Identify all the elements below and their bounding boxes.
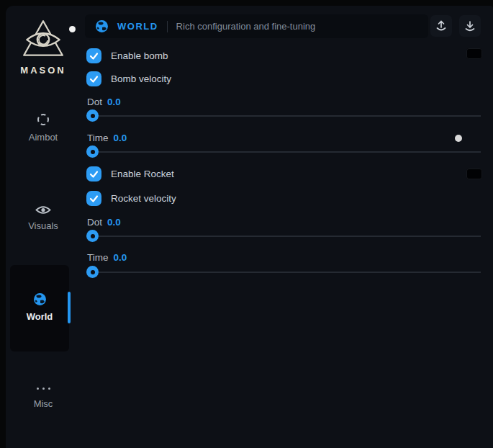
slider-handle[interactable] — [86, 266, 99, 278]
page-header: WORLD Rich configuration and fine-tuning — [85, 14, 428, 38]
bomb-color-swatch[interactable] — [466, 48, 482, 59]
slider-value: 0.0 — [107, 217, 121, 228]
app-window: MASON Aimbot Visuals World — [6, 6, 493, 448]
toggle-label: Enable Rocket — [111, 169, 174, 179]
active-indicator — [68, 292, 71, 323]
sidebar-item-label: Visuals — [28, 220, 58, 231]
enable-rocket-checkbox[interactable] — [86, 166, 101, 182]
checkmark-icon — [89, 74, 99, 84]
page-subtitle: Rich configuration and fine-tuning — [176, 21, 316, 32]
slider-label-row: Dot 0.0 — [87, 217, 121, 228]
slider-handle[interactable] — [86, 145, 99, 158]
sidebar-item-label: Misc — [34, 398, 53, 409]
toggle-label: Rocket velocity — [111, 193, 176, 204]
eye-icon — [35, 205, 51, 215]
sidebar-item-label: Aimbot — [29, 132, 58, 143]
slider-name: Dot — [87, 97, 102, 107]
upload-config-button[interactable] — [430, 15, 452, 37]
cursor-dot — [455, 135, 462, 142]
toggle-label: Enable bomb — [111, 50, 168, 61]
slider-label-row: Time 0.0 — [87, 133, 127, 143]
time-slider[interactable] — [86, 266, 481, 278]
download-icon — [463, 19, 476, 32]
crosshair-icon — [36, 112, 50, 127]
time-slider[interactable] — [86, 145, 481, 158]
toggle-row: Bomb velocity — [86, 71, 171, 86]
page-title: WORLD — [117, 21, 158, 32]
sidebar: MASON Aimbot Visuals World — [6, 6, 81, 448]
enable-bomb-checkbox[interactable] — [86, 48, 101, 63]
checkmark-icon — [89, 51, 99, 61]
slider-name: Time — [87, 252, 109, 263]
slider-label-row: Dot 0.0 — [87, 97, 121, 107]
pyramid-eye-icon — [19, 19, 67, 59]
sidebar-item-visuals[interactable]: Visuals — [6, 205, 81, 231]
slider-label-row: Time 0.0 — [87, 252, 127, 263]
checkmark-icon — [89, 169, 99, 179]
dot-slider[interactable] — [86, 230, 481, 242]
toggle-row: Enable Rocket — [86, 166, 174, 182]
slider-name: Dot — [87, 217, 102, 228]
bomb-velocity-checkbox[interactable] — [86, 71, 101, 86]
toggle-row: Rocket velocity — [86, 190, 176, 206]
slider-track[interactable] — [86, 272, 481, 273]
slider-track[interactable] — [86, 115, 481, 117]
slider-value: 0.0 — [107, 97, 121, 107]
slider-value: 0.0 — [114, 252, 127, 263]
slider-track[interactable] — [86, 151, 481, 153]
globe-icon — [33, 292, 47, 306]
dot-slider[interactable] — [86, 109, 481, 122]
ellipsis-icon — [37, 383, 50, 393]
rocket-velocity-checkbox[interactable] — [86, 191, 101, 206]
globe-icon — [95, 19, 109, 33]
slider-name: Time — [87, 133, 109, 143]
divider — [167, 21, 168, 32]
sidebar-item-aimbot[interactable]: Aimbot — [6, 112, 81, 143]
sidebar-item-misc[interactable]: Misc — [6, 383, 81, 409]
sidebar-item-world[interactable]: World — [10, 292, 69, 322]
toggle-label: Bomb velocity — [111, 73, 171, 84]
upload-icon — [435, 19, 448, 32]
download-config-button[interactable] — [459, 15, 481, 37]
checkmark-icon — [89, 194, 99, 203]
rocket-color-swatch[interactable] — [466, 169, 482, 179]
logo-text: MASON — [6, 65, 81, 76]
cursor-dot — [69, 26, 76, 32]
sidebar-item-label: World — [27, 311, 53, 322]
toggle-row: Enable bomb — [86, 48, 168, 63]
slider-track[interactable] — [86, 236, 481, 237]
sidebar-item-world-card: World — [10, 265, 69, 351]
slider-value: 0.0 — [114, 133, 127, 143]
slider-handle[interactable] — [86, 230, 99, 242]
slider-handle[interactable] — [86, 109, 99, 122]
